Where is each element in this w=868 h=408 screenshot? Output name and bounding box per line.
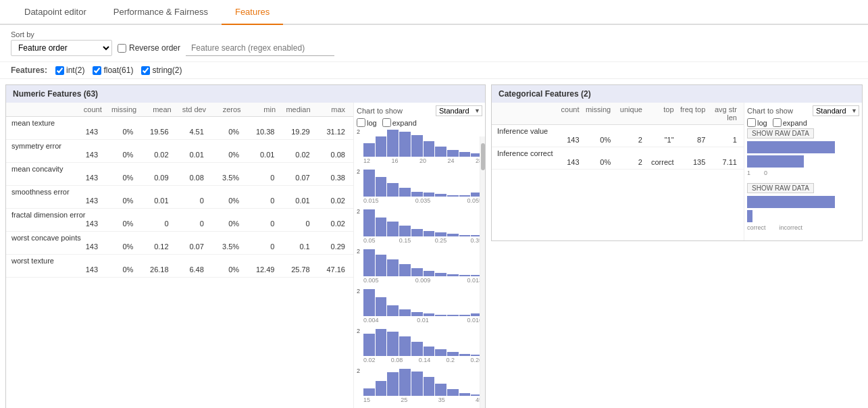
show-raw-button-1[interactable]: SHOW RAW DATA: [747, 183, 814, 193]
numeric-features-panel: Numeric Features (63) count missing mean…: [5, 84, 486, 408]
histogram-5: 2 0.020.080.140.20.26: [357, 328, 482, 363]
numeric-histograms: 2 1216202428 2 0.0150.0350.055 2 0.050.1…: [357, 128, 482, 403]
histogram-3: 2 0.0050.0090.013: [357, 248, 482, 284]
cat-chart-select[interactable]: Standard Quantiles: [813, 105, 859, 116]
scroll-track[interactable]: [480, 136, 485, 408]
expand-checkbox[interactable]: expand: [382, 118, 417, 127]
histogram-1: 2 0.0150.0350.055: [357, 168, 482, 204]
numeric-feature-row: mean concavity 143 0% 0.09 0.08 3.5% 0 0…: [6, 163, 353, 186]
numeric-chart-area: Chart to show Standard Quantiles ▼ log: [353, 103, 485, 408]
cat-chart-0: SHOW RAW DATA 10: [747, 128, 859, 176]
chart-show-label: Chart to show: [357, 107, 403, 115]
numeric-feature-row: worst concave points 143 0% 0.12 0.07 3.…: [6, 232, 353, 255]
scroll-thumb[interactable]: [481, 143, 485, 170]
cat-features-list: Inference value 143 0% 2 "1" 87 1 Infere…: [492, 125, 744, 170]
cat-log-checkbox[interactable]: log: [747, 118, 767, 127]
show-raw-button-0[interactable]: SHOW RAW DATA: [747, 128, 814, 138]
numeric-panel-header: Numeric Features (63): [6, 85, 485, 103]
log-checkbox[interactable]: log: [357, 118, 377, 127]
numeric-table-header: count missing mean std dev zeros min med…: [6, 103, 353, 117]
tab-features[interactable]: Features: [222, 0, 283, 25]
cat-chart-area: Chart to show Standard Quantiles ▼ log: [744, 103, 862, 240]
numeric-chart-select[interactable]: Standard Quantiles: [436, 105, 482, 116]
histogram-2: 2 0.050.150.250.35: [357, 208, 482, 244]
filter-int[interactable]: int(2): [55, 66, 84, 75]
numeric-feature-row: mean texture 143 0% 19.56 4.51 0% 10.38 …: [6, 117, 353, 140]
categorical-features-panel: Categorical Features (2) count missing u…: [491, 84, 863, 241]
cat-feature-row: Inference correct 143 0% 2 correct 135 7…: [492, 147, 744, 170]
tab-performance-fairness[interactable]: Performance & Fairness: [100, 0, 222, 25]
cat-chart-1: SHOW RAW DATA correctincorrect: [747, 183, 859, 231]
filter-string[interactable]: string(2): [141, 66, 182, 75]
numeric-features-list: mean texture 143 0% 19.56 4.51 0% 10.38 …: [6, 117, 353, 278]
search-input[interactable]: [186, 41, 334, 56]
sort-select[interactable]: Feature order Non-uniformity Alphabetica…: [11, 40, 112, 56]
main-content: Numeric Features (63) count missing mean…: [0, 79, 868, 408]
categorical-panel-header: Categorical Features (2): [492, 85, 862, 103]
cat-table-header: count missing unique top freq top avg st…: [492, 103, 744, 125]
filter-float[interactable]: float(61): [93, 66, 133, 75]
tab-bar: Datapoint editor Performance & Fairness …: [0, 0, 868, 25]
cat-expand-checkbox[interactable]: expand: [773, 118, 807, 127]
numeric-feature-row: worst texture 143 0% 26.18 6.48 0% 12.49…: [6, 255, 353, 278]
histogram-6: 2 15253545: [357, 367, 482, 403]
cat-charts: SHOW RAW DATA 10 SHOW RAW DATA correctin…: [747, 128, 859, 231]
reverse-order-checkbox[interactable]: Reverse order: [118, 43, 180, 53]
sort-by-label: Sort by: [11, 30, 112, 39]
cat-feature-row: Inference value 143 0% 2 "1" 87 1: [492, 125, 744, 147]
histogram-4: 2 0.0040.010.016: [357, 288, 482, 324]
filters-label: Features:: [11, 66, 47, 75]
numeric-feature-row: smoothness error 143 0% 0.01 0 0% 0 0.01…: [6, 186, 353, 209]
toolbar: Sort by Feature order Non-uniformity Alp…: [0, 25, 868, 62]
cat-chart-show-label: Chart to show: [747, 107, 793, 115]
histogram-0: 2 1216202428: [357, 128, 482, 164]
numeric-feature-row: fractal dimension error 143 0% 0 0 0% 0 …: [6, 209, 353, 232]
numeric-feature-row: symmetry error 143 0% 0.02 0.01 0% 0.01 …: [6, 140, 353, 163]
filters-bar: Features: int(2) float(61) string(2): [0, 62, 868, 79]
tab-datapoint-editor[interactable]: Datapoint editor: [11, 0, 100, 25]
